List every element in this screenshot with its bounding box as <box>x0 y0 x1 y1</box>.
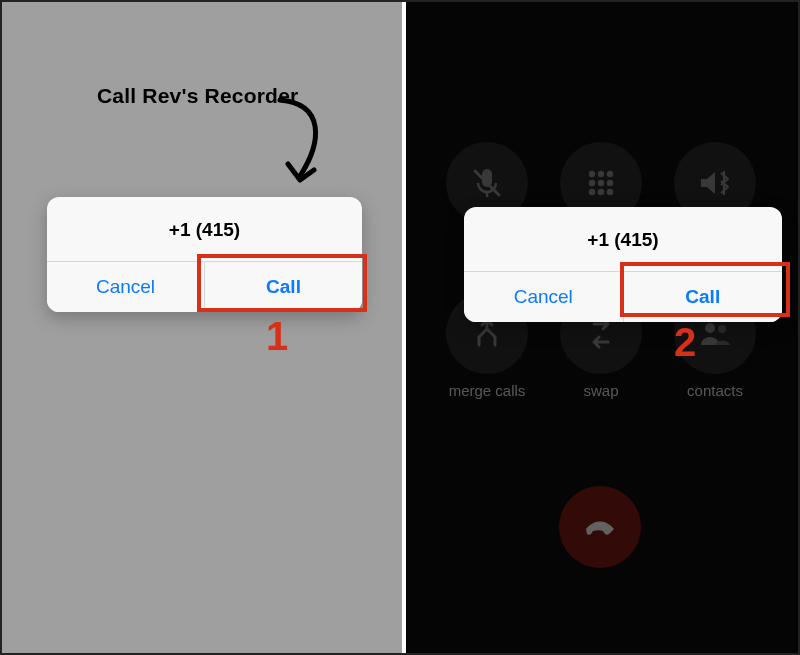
svg-point-13 <box>718 325 726 333</box>
step-number-1: 1 <box>266 314 288 359</box>
svg-point-7 <box>598 180 604 186</box>
svg-point-6 <box>589 180 595 186</box>
contacts-label: contacts <box>687 382 743 399</box>
svg-point-4 <box>598 171 604 177</box>
svg-point-5 <box>607 171 613 177</box>
keypad-icon <box>583 165 619 201</box>
svg-point-10 <box>598 189 604 195</box>
call-button[interactable]: Call <box>205 262 362 312</box>
panel-divider <box>402 2 406 653</box>
svg-point-9 <box>589 189 595 195</box>
call-button[interactable]: Call <box>624 272 783 322</box>
mute-icon <box>469 165 505 201</box>
cancel-button[interactable]: Cancel <box>47 262 205 312</box>
end-call-button[interactable] <box>559 486 641 568</box>
annotation-label: Call Rev's Recorder <box>97 84 298 108</box>
call-alert: +1 (415) Cancel Call <box>464 207 782 322</box>
alert-title: +1 (415) <box>464 207 782 272</box>
speaker-bluetooth-icon <box>697 165 733 201</box>
alert-actions: Cancel Call <box>47 262 362 312</box>
tutorial-composite: Call Rev's Recorder +1 (415) Cancel Call… <box>0 0 800 655</box>
merge-calls-label: merge calls <box>449 382 526 399</box>
alert-actions: Cancel Call <box>464 272 782 322</box>
svg-point-3 <box>589 171 595 177</box>
right-panel: merge calls swap <box>404 2 798 653</box>
step-number-2: 2 <box>674 320 696 365</box>
cancel-button[interactable]: Cancel <box>464 272 624 322</box>
swap-label: swap <box>583 382 618 399</box>
left-panel: Call Rev's Recorder +1 (415) Cancel Call… <box>2 2 404 653</box>
svg-point-8 <box>607 180 613 186</box>
svg-point-11 <box>607 189 613 195</box>
call-alert: +1 (415) Cancel Call <box>47 197 362 312</box>
svg-point-12 <box>705 323 715 333</box>
hangup-icon <box>580 507 620 547</box>
alert-title: +1 (415) <box>47 197 362 262</box>
